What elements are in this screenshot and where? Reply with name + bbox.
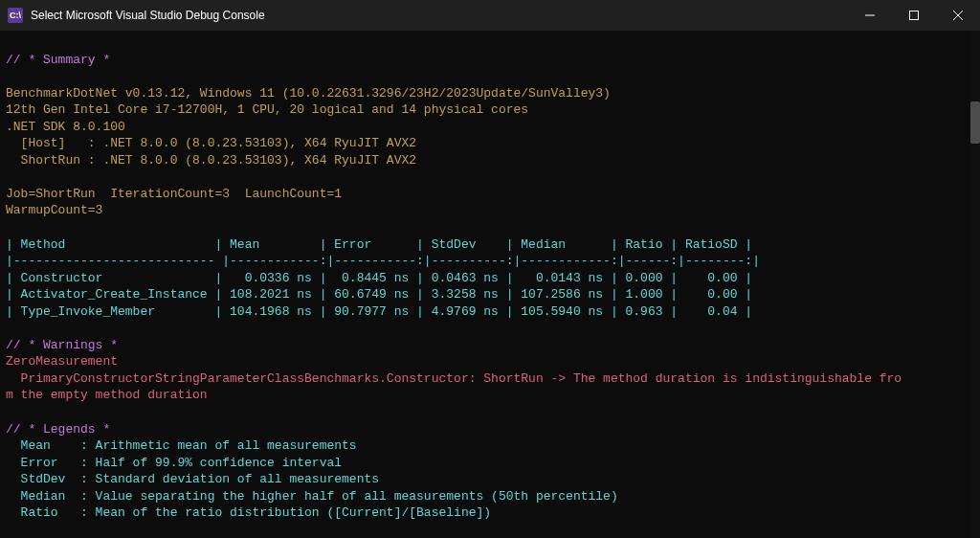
- table-row: | Type_Invoke_Member | 104.1968 ns | 90.…: [6, 304, 752, 319]
- app-icon: C:\: [8, 8, 23, 23]
- table-row: | Method | Mean | Error | StdDev | Media…: [6, 237, 752, 252]
- table-row: | Activator_Create_Instance | 108.2021 n…: [6, 287, 752, 302]
- env-line: .NET SDK 8.0.100: [6, 120, 125, 134]
- svg-rect-1: [910, 11, 919, 20]
- titlebar: C:\ Select Microsoft Visual Studio Debug…: [0, 0, 980, 31]
- close-icon: [953, 11, 963, 20]
- legend-item: StdDev : Standard deviation of all measu…: [6, 472, 379, 486]
- scroll-thumb[interactable]: [970, 101, 980, 144]
- maximize-button[interactable]: [892, 0, 936, 31]
- minimize-button[interactable]: [848, 0, 892, 31]
- env-line: ShortRun : .NET 8.0.0 (8.0.23.53103), X6…: [6, 153, 416, 168]
- warning-message: PrimaryConstructorStringParameterClassBe…: [6, 371, 902, 403]
- scrollbar[interactable]: [970, 31, 980, 538]
- legend-item: Mean : Arithmetic mean of all measuremen…: [6, 438, 357, 453]
- legends-header: // * Legends *: [6, 422, 110, 437]
- legend-item: Error : Half of 99.9% confidence interva…: [6, 456, 342, 470]
- env-line: [Host] : .NET 8.0.0 (8.0.23.53103), X64 …: [6, 136, 416, 150]
- benchmark-table: | Method | Mean | Error | StdDev | Media…: [6, 237, 760, 319]
- maximize-icon: [909, 11, 919, 20]
- summary-header: // * Summary *: [6, 53, 110, 67]
- legend-item: Ratio : Mean of the ratio distribution (…: [6, 505, 491, 520]
- warnings-header: // * Warnings *: [6, 338, 118, 352]
- legend-item: Median : Value separating the higher hal…: [6, 489, 618, 504]
- console-output[interactable]: // * Summary * BenchmarkDotNet v0.13.12,…: [0, 31, 980, 538]
- table-row: |--------------------------- |----------…: [6, 254, 760, 268]
- close-button[interactable]: [936, 0, 980, 31]
- window-title: Select Microsoft Visual Studio Debug Con…: [31, 8, 848, 23]
- warning-title: ZeroMeasurement: [6, 354, 118, 369]
- table-row: | Constructor | 0.0336 ns | 0.8445 ns | …: [6, 271, 752, 285]
- env-line: 12th Gen Intel Core i7-12700H, 1 CPU, 20…: [6, 102, 528, 117]
- job-line: Job=ShortRun IterationCount=3 LaunchCoun…: [6, 187, 342, 218]
- env-line: BenchmarkDotNet v0.13.12, Windows 11 (10…: [6, 86, 611, 101]
- legends-list: Mean : Arithmetic mean of all measuremen…: [6, 438, 618, 520]
- minimize-icon: [865, 11, 875, 20]
